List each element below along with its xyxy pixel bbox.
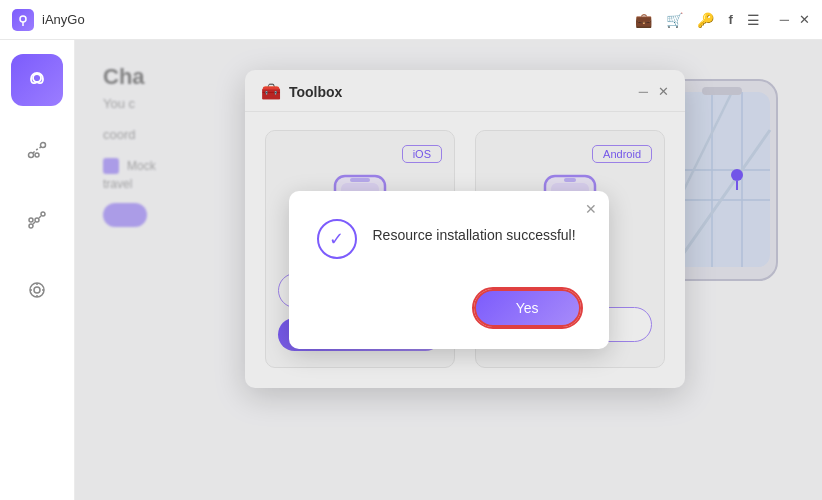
success-check-icon: ✓ — [317, 219, 357, 259]
dialog-footer: Yes — [289, 279, 609, 349]
minimize-button[interactable]: ─ — [780, 13, 789, 26]
main-layout: Cha You c coord Mock travel — [0, 40, 822, 500]
sidebar-item-joystick[interactable] — [11, 264, 63, 316]
briefcase-icon[interactable]: 💼 — [635, 12, 652, 28]
yes-button[interactable]: Yes — [474, 289, 581, 327]
close-button[interactable]: ✕ — [799, 13, 810, 26]
dialog-content: ✓ Resource installation successful! — [289, 191, 609, 279]
content-area: Cha You c coord Mock travel — [75, 40, 822, 500]
title-bar-left: iAnyGo — [12, 9, 85, 31]
key-icon[interactable]: 🔑 — [697, 12, 714, 28]
svg-point-9 — [30, 283, 44, 297]
svg-point-6 — [41, 212, 45, 216]
svg-point-4 — [35, 153, 39, 157]
svg-point-8 — [29, 218, 33, 222]
window-controls: ─ ✕ — [780, 13, 810, 26]
title-bar: iAnyGo 💼 🛒 🔑 f ☰ ─ ✕ — [0, 0, 822, 40]
svg-point-2 — [29, 153, 34, 158]
sidebar-item-mock-route[interactable] — [11, 124, 63, 176]
svg-point-7 — [35, 218, 39, 222]
svg-point-0 — [20, 16, 26, 22]
svg-point-5 — [29, 224, 33, 228]
dialog-close-button[interactable]: ✕ — [585, 201, 597, 217]
app-logo — [12, 9, 34, 31]
facebook-icon[interactable]: f — [728, 12, 732, 27]
title-bar-controls: 💼 🛒 🔑 f ☰ ─ ✕ — [635, 12, 810, 28]
svg-point-10 — [34, 287, 40, 293]
app-name: iAnyGo — [42, 12, 85, 27]
svg-point-3 — [41, 143, 46, 148]
sidebar — [0, 40, 75, 500]
svg-point-1 — [33, 74, 41, 82]
sidebar-item-multi-stop[interactable] — [11, 194, 63, 246]
success-dialog: ✕ ✓ Resource installation successful! Ye… — [289, 191, 609, 349]
sidebar-item-change-location[interactable] — [11, 54, 63, 106]
dialog-message: Resource installation successful! — [373, 219, 576, 243]
dialog-overlay: ✕ ✓ Resource installation successful! Ye… — [75, 40, 822, 500]
cart-icon[interactable]: 🛒 — [666, 12, 683, 28]
menu-icon[interactable]: ☰ — [747, 12, 760, 28]
